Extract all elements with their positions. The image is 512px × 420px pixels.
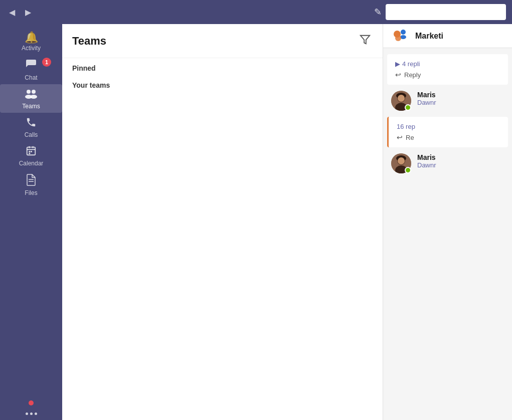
sidebar-label-activity: Activity xyxy=(22,45,41,52)
svg-rect-8 xyxy=(29,151,30,152)
reply-text: Reply xyxy=(404,71,421,79)
teams-title: Teams xyxy=(72,35,358,48)
messages-list: ▶ 4 repli ↩ Reply xyxy=(383,48,512,420)
teams-icon xyxy=(25,88,38,101)
sidebar-item-calendar[interactable]: Calendar xyxy=(0,141,62,170)
forward-button[interactable]: ▶ xyxy=(22,6,34,19)
sidebar-item-files[interactable]: Files xyxy=(0,170,62,199)
reply-icon: ↩ xyxy=(395,71,401,79)
teams-header: Teams xyxy=(62,24,383,58)
message-content-2: Maris Dawnr xyxy=(417,153,504,169)
sidebar-label-teams: Teams xyxy=(22,103,40,110)
reply-icon-2: ↩ xyxy=(397,133,403,141)
pinned-label: Pinned xyxy=(62,58,383,75)
replies-count: ▶ 4 repli xyxy=(395,60,500,68)
svg-point-15 xyxy=(401,30,406,35)
sender-name: Maris xyxy=(417,91,504,99)
filter-button[interactable] xyxy=(358,32,373,50)
sidebar-label-calendar: Calendar xyxy=(19,160,44,167)
message-item: ▶ 4 repli ↩ Reply xyxy=(387,54,508,85)
sidebar-label-files: Files xyxy=(25,189,37,196)
files-icon xyxy=(26,174,36,188)
avatar-wrap xyxy=(391,91,411,111)
message-row: Maris Dawnr xyxy=(383,87,512,115)
main-layout: 🔔 Activity Chat 1 Teams xyxy=(0,24,512,420)
message-preview-2: Dawnr xyxy=(417,161,504,169)
svg-marker-13 xyxy=(361,36,370,44)
sidebar-item-chat[interactable]: Chat 1 xyxy=(0,55,62,84)
svg-point-0 xyxy=(27,90,31,94)
replies-count-2: 16 rep xyxy=(397,123,500,130)
sidebar-label-chat: Chat xyxy=(25,74,37,81)
status-indicator-2 xyxy=(405,167,411,173)
your-teams-label: Your teams xyxy=(62,75,383,92)
svg-point-17 xyxy=(395,35,401,41)
search-input[interactable] xyxy=(386,4,506,20)
svg-point-1 xyxy=(32,90,36,94)
dot3 xyxy=(35,412,37,415)
team-name: Marketi xyxy=(415,32,443,41)
back-button[interactable]: ◀ xyxy=(6,6,18,19)
dot1 xyxy=(26,412,28,415)
message-content: Maris Dawnr xyxy=(417,91,504,106)
chat-icon xyxy=(25,59,37,73)
status-indicator xyxy=(405,104,411,111)
sidebar-item-calls[interactable]: Calls xyxy=(0,113,62,141)
reply-text-2: Re xyxy=(406,134,414,141)
teams-panel: Teams Pinned Your teams xyxy=(62,24,383,420)
replies-text-2: 16 rep xyxy=(397,123,415,130)
sender-name-2: Maris xyxy=(417,153,504,161)
more-button[interactable] xyxy=(0,407,62,420)
calendar-icon xyxy=(26,145,37,158)
svg-rect-10 xyxy=(29,153,30,154)
chat-badge: 1 xyxy=(42,58,51,67)
message-preview: Dawnr xyxy=(417,99,504,106)
message-item-2: 16 rep ↩ Re xyxy=(387,117,508,147)
replies-text: 4 repli xyxy=(402,60,420,68)
sidebar-item-teams[interactable]: Teams xyxy=(0,84,62,113)
triangle-icon: ▶ xyxy=(395,60,400,68)
svg-rect-9 xyxy=(31,151,32,152)
sidebar-item-activity[interactable]: 🔔 Activity xyxy=(0,28,62,55)
activity-icon: 🔔 xyxy=(25,32,38,43)
message-row-2: Maris Dawnr xyxy=(383,149,512,177)
notification-dot xyxy=(29,400,34,405)
nav-arrows: ◀ ▶ xyxy=(6,6,34,19)
svg-point-22 xyxy=(398,95,405,102)
sidebar-label-calls: Calls xyxy=(25,131,38,138)
right-header: Marketi xyxy=(383,24,512,48)
calls-icon xyxy=(26,117,37,130)
dot2 xyxy=(30,412,33,415)
compose-button[interactable]: ✎ xyxy=(370,5,386,20)
svg-point-3 xyxy=(30,95,37,99)
right-panel: Marketi ▶ 4 repli ↩ Reply xyxy=(383,24,512,420)
team-icon xyxy=(391,27,409,45)
avatar-wrap-2 xyxy=(391,153,411,173)
sidebar: 🔔 Activity Chat 1 Teams xyxy=(0,24,62,420)
top-bar: ◀ ▶ ✎ xyxy=(0,0,512,24)
svg-point-27 xyxy=(398,157,405,164)
